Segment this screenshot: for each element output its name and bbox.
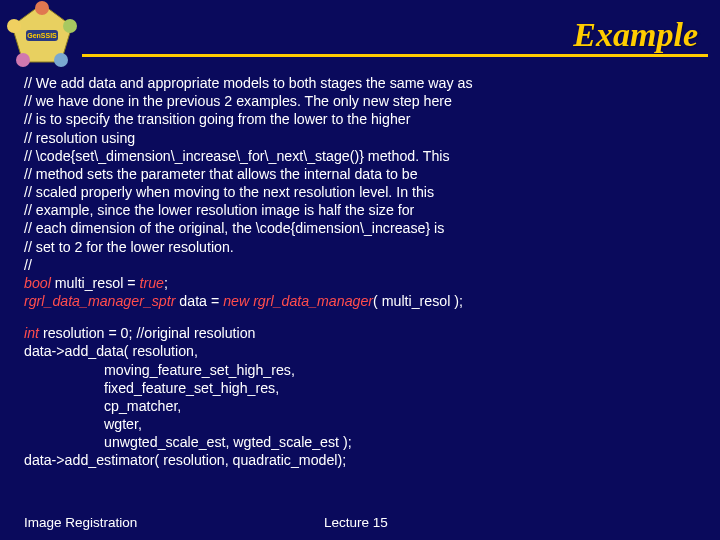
code-text: multi_resol =: [51, 275, 140, 291]
comment-line: // method sets the parameter that allows…: [24, 165, 700, 183]
slide-content: // We add data and appropriate models to…: [24, 74, 700, 470]
code-line: data->add_data( resolution,: [24, 342, 700, 360]
keyword-new: new: [223, 293, 249, 309]
comment-line: // example, since the lower resolution i…: [24, 201, 700, 219]
footer-left: Image Registration: [24, 515, 137, 530]
footer: Image Registration Lecture 15: [24, 515, 696, 530]
type-name: rgrl_data_manager: [253, 293, 373, 309]
footer-center: Lecture 15: [324, 515, 388, 530]
slide-title: Example: [573, 16, 698, 54]
type-name: rgrl_data_manager_sptr: [24, 293, 175, 309]
code-text: data =: [175, 293, 223, 309]
comment-line: // is to specify the transition going fr…: [24, 110, 700, 128]
comment-line: // we have done in the previous 2 exampl…: [24, 92, 700, 110]
keyword-true: true: [140, 275, 164, 291]
code-line: data->add_estimator( resolution, quadrat…: [24, 451, 700, 469]
comment-line: // scaled properly when moving to the ne…: [24, 183, 700, 201]
code-line: wgter,: [24, 415, 700, 433]
code-text: resolution = 0; //original resolution: [39, 325, 255, 341]
code-line: fixed_feature_set_high_res,: [24, 379, 700, 397]
code-line: int resolution = 0; //original resolutio…: [24, 324, 700, 342]
code-line: rgrl_data_manager_sptr data = new rgrl_d…: [24, 292, 700, 310]
keyword-bool: bool: [24, 275, 51, 291]
code-line: unwgted_scale_est, wgted_scale_est );: [24, 433, 700, 451]
code-text: ;: [164, 275, 168, 291]
comment-line: // each dimension of the original, the \…: [24, 219, 700, 237]
keyword-int: int: [24, 325, 39, 341]
blank-line: [24, 310, 700, 324]
code-line: bool multi_resol = true;: [24, 274, 700, 292]
title-underline: [82, 54, 708, 57]
comment-line: // We add data and appropriate models to…: [24, 74, 700, 92]
code-line: cp_matcher,: [24, 397, 700, 415]
comment-line: //: [24, 256, 700, 274]
code-line: moving_feature_set_high_res,: [24, 361, 700, 379]
comment-line: // resolution using: [24, 129, 700, 147]
comment-line: // \code{set\_dimension\_increase\_for\_…: [24, 147, 700, 165]
code-text: ( multi_resol );: [373, 293, 463, 309]
comment-line: // set to 2 for the lower resolution.: [24, 238, 700, 256]
